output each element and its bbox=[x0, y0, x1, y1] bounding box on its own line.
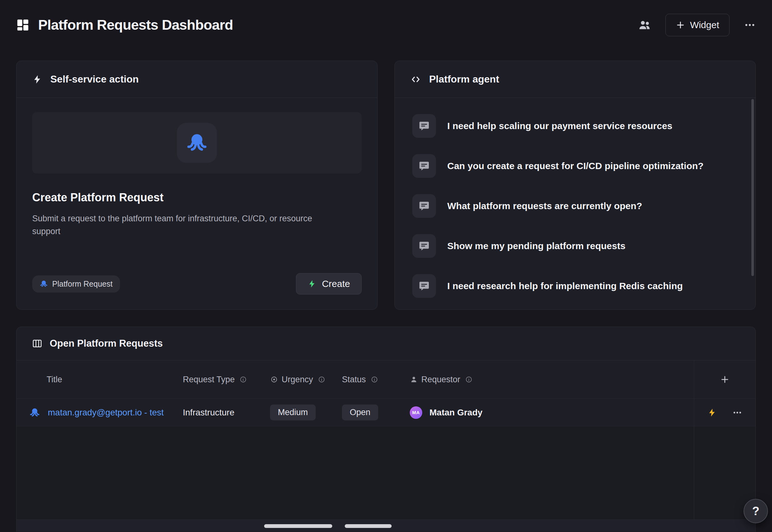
agent-list-scrollbar[interactable] bbox=[751, 99, 754, 276]
agent-suggestion-item[interactable]: I need research help for implementing Re… bbox=[395, 266, 755, 306]
row-more-button[interactable] bbox=[732, 408, 742, 418]
action-footer: Platform Request Create bbox=[32, 273, 362, 294]
chat-bubble-icon bbox=[412, 194, 436, 218]
column-urgency-label: Urgency bbox=[282, 375, 313, 384]
column-requestor-label: Requestor bbox=[421, 375, 460, 384]
platform-agent-card: Platform agent I need help scaling our p… bbox=[394, 61, 756, 310]
platform-agent-card-header: Platform agent bbox=[395, 61, 755, 98]
agent-suggestions-list: I need help scaling our payment service … bbox=[395, 98, 755, 310]
open-requests-title: Open Platform Requests bbox=[50, 338, 163, 349]
code-icon bbox=[410, 74, 421, 85]
person-icon bbox=[410, 375, 418, 384]
agent-suggestion-label: Show me my pending platform requests bbox=[447, 241, 625, 251]
plus-icon bbox=[676, 20, 685, 30]
page-header: Platform Requests Dashboard Widget bbox=[0, 0, 772, 36]
top-cards-row: Self-service action Create Platform Requ… bbox=[16, 61, 756, 310]
chat-bubble-icon bbox=[412, 234, 436, 258]
add-column-button[interactable] bbox=[720, 375, 729, 384]
agent-suggestion-item[interactable]: What platform requests are currently ope… bbox=[395, 186, 755, 226]
agent-suggestion-label: I need help scaling our payment service … bbox=[447, 121, 672, 131]
self-service-card-header: Self-service action bbox=[17, 61, 377, 98]
members-button[interactable] bbox=[638, 18, 651, 32]
row-title-cell: matan.grady@getport.io - test bbox=[17, 407, 183, 418]
action-logo-box bbox=[177, 123, 217, 163]
info-icon[interactable] bbox=[239, 376, 247, 383]
table-row[interactable]: matan.grady@getport.io - test Infrastruc… bbox=[17, 399, 755, 426]
run-action-lightning-icon[interactable] bbox=[707, 408, 717, 417]
chat-bubble-icon bbox=[412, 154, 436, 178]
blueprint-tag: Platform Request bbox=[32, 275, 120, 293]
request-title-link[interactable]: matan.grady@getport.io - test bbox=[48, 408, 164, 418]
add-column-cell bbox=[694, 375, 755, 384]
requestor-name: Matan Grady bbox=[429, 408, 483, 418]
row-request-type-cell: Infrastructure bbox=[183, 408, 270, 418]
action-preview-panel bbox=[32, 112, 362, 173]
actions-column-divider bbox=[694, 360, 694, 519]
table-icon bbox=[32, 339, 42, 349]
radio-icon bbox=[270, 375, 278, 384]
column-title-label: Title bbox=[47, 375, 62, 384]
self-service-card: Self-service action Create Platform Requ… bbox=[16, 61, 378, 310]
table-empty-area bbox=[17, 426, 755, 519]
self-service-body: Create Platform Request Submit a request… bbox=[17, 98, 377, 310]
row-actions-cell bbox=[694, 408, 755, 418]
agent-suggestion-label: I need research help for implementing Re… bbox=[447, 281, 683, 291]
requestor-avatar: MA bbox=[410, 406, 422, 419]
chat-bubble-icon bbox=[412, 274, 436, 298]
status-badge: Open bbox=[342, 404, 378, 420]
row-urgency-cell: Medium bbox=[270, 404, 342, 420]
chat-bubble-icon bbox=[412, 114, 436, 138]
create-button[interactable]: Create bbox=[296, 273, 362, 294]
agent-suggestion-item[interactable]: I need help scaling our payment service … bbox=[395, 106, 755, 146]
column-header-requestor: Requestor bbox=[410, 375, 694, 384]
add-widget-button[interactable]: Widget bbox=[665, 14, 729, 36]
row-requestor-cell: MA Matan Grady bbox=[410, 406, 694, 419]
self-service-card-title: Self-service action bbox=[50, 73, 139, 85]
platform-agent-card-title: Platform agent bbox=[429, 73, 499, 85]
open-requests-header: Open Platform Requests bbox=[17, 327, 755, 360]
agent-suggestion-label: What platform requests are currently ope… bbox=[447, 201, 642, 211]
info-icon[interactable] bbox=[318, 376, 325, 383]
table-header-row: Title Request Type Urgency Status bbox=[17, 360, 755, 399]
lightning-green-icon bbox=[308, 279, 316, 288]
open-requests-card: Open Platform Requests Title Request Typ… bbox=[16, 327, 756, 532]
agent-suggestion-item[interactable]: Show me my pending platform requests bbox=[395, 226, 755, 266]
horizontal-scrollbar-track bbox=[17, 519, 755, 532]
header-actions: Widget bbox=[638, 14, 756, 36]
urgency-badge: Medium bbox=[270, 404, 316, 420]
octopus-tag-icon bbox=[40, 280, 48, 288]
horizontal-scrollbar-thumb[interactable] bbox=[345, 524, 392, 528]
create-button-label: Create bbox=[322, 279, 350, 289]
blueprint-tag-label: Platform Request bbox=[52, 279, 113, 289]
platform-requests-dashboard-page: Platform Requests Dashboard Widget bbox=[0, 0, 772, 532]
octopus-logo-icon bbox=[186, 132, 208, 154]
dashboard-grid-icon bbox=[16, 18, 29, 32]
header-more-button[interactable] bbox=[744, 19, 756, 31]
column-header-request-type: Request Type bbox=[183, 375, 270, 384]
help-button[interactable]: ? bbox=[744, 499, 768, 523]
column-header-urgency: Urgency bbox=[270, 375, 342, 384]
column-status-label: Status bbox=[342, 375, 366, 384]
info-icon[interactable] bbox=[465, 376, 473, 383]
octopus-entity-icon bbox=[29, 407, 40, 418]
column-header-status: Status bbox=[342, 375, 410, 384]
agent-suggestion-item[interactable]: Can you create a request for CI/CD pipel… bbox=[395, 146, 755, 186]
column-request-type-label: Request Type bbox=[183, 375, 235, 384]
page-title: Platform Requests Dashboard bbox=[38, 17, 233, 33]
agent-suggestion-label: Can you create a request for CI/CD pipel… bbox=[447, 161, 704, 171]
column-header-title: Title bbox=[17, 375, 183, 384]
help-button-label: ? bbox=[752, 504, 759, 518]
request-type-value: Infrastructure bbox=[183, 408, 234, 418]
action-title: Create Platform Request bbox=[32, 191, 362, 204]
row-status-cell: Open bbox=[342, 404, 410, 420]
ellipsis-icon bbox=[744, 19, 756, 31]
people-icon bbox=[638, 18, 651, 32]
info-icon[interactable] bbox=[371, 376, 378, 383]
add-widget-label: Widget bbox=[690, 20, 719, 30]
horizontal-scrollbar-thumb[interactable] bbox=[264, 524, 332, 528]
action-description: Submit a request to the platform team fo… bbox=[32, 212, 340, 238]
lightning-icon bbox=[32, 74, 42, 84]
